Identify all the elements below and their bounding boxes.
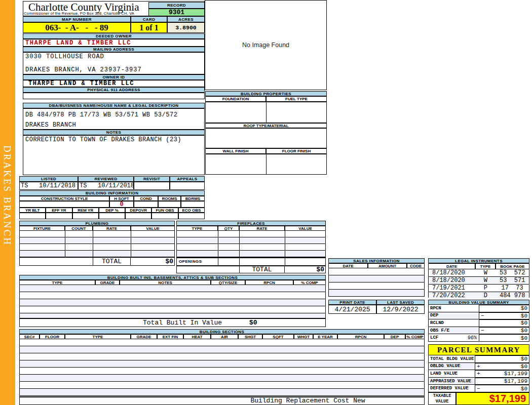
roof-type-values — [205, 128, 327, 148]
print-value-row: 4/21/2025 12/9/2022 — [328, 305, 425, 314]
card-value: 1 of 1 — [131, 22, 167, 33]
physical-address-label: PHYSICAL 911 ADDRESS — [23, 87, 205, 93]
fp-type-label: TYPE — [176, 226, 218, 231]
listed-value: TS 10/11/2018 — [19, 182, 78, 190]
taxable-value-label: TAXABLE VALUE — [428, 392, 456, 405]
sales-code-label: CODE — [407, 263, 425, 268]
parcel-summary-table: TOTAL BLDG VALUE $0 OBLDG VALUE +$0 LAND… — [428, 355, 529, 392]
sales-amount-label: AMOUNT — [368, 263, 407, 268]
bvs-row: LCF96% $0 — [428, 334, 529, 342]
mailing-address-line1: 3030 TOLLHOUSE ROAD — [25, 53, 104, 60]
parcel-sign: + — [477, 363, 480, 370]
bs-heat-label: HEAT — [183, 334, 211, 339]
reviewed-label: REVIEWED — [78, 176, 134, 182]
parcel-row: OBLDG VALUE +$0 — [428, 363, 529, 371]
bdrms-label: BDRMS — [181, 196, 205, 201]
county-subtitle: Commissioner of the Revenue, PO Box 308,… — [24, 11, 134, 16]
parcel-row: LAND VALUE +$17,199 — [428, 370, 529, 378]
legal-instrument-row: 8/18/2020 W 53 571 — [429, 277, 529, 285]
bvs-value: $0 — [521, 305, 527, 311]
li-bookpage: 53 572 — [496, 269, 529, 276]
foundation-label: FOUNDATION — [205, 96, 266, 102]
building-info-value-row2 — [19, 213, 205, 219]
foundation-fuel-header-row: FOUNDATION FUEL TYPE — [205, 96, 327, 102]
hsqft-label: H SQFT — [109, 196, 134, 201]
parcel-summary-title: PARCEL SUMMARY — [428, 344, 529, 355]
bdrms-value — [181, 201, 205, 208]
li-type: D — [476, 292, 496, 299]
map-number-value: 063- - A- - - 89 — [23, 22, 131, 33]
parcel-label: DEFERRED VALUE — [430, 386, 469, 391]
bvs-label: RCLND — [430, 320, 444, 326]
building-info-header-row1: CONSTRUCTION STYLE H SQFT COND ROOMS BDR… — [19, 196, 205, 201]
dep-pct-value — [99, 213, 125, 219]
yr-blt-value — [19, 213, 46, 219]
legal-description-line1: DB 484/978 PB 17/73 WB 53/571 WB 53/572 — [25, 111, 177, 118]
building-sections-header-row: SEC# FLOOR TYPE GRADE EXT FIN HEAT AIR S… — [19, 334, 425, 339]
li-date: 8/18/2020 — [429, 277, 476, 284]
li-bookpage: 17 73 — [496, 285, 529, 292]
parcel-value: $0 — [521, 386, 527, 392]
fp-value-label: VALUE — [285, 226, 326, 231]
legal-description-line2: DRAKES BRANCH — [25, 122, 76, 129]
parcel-value: $17,199 — [504, 378, 527, 384]
sales-information-title: SALES INFORMATION — [328, 258, 425, 263]
sales-empty-rows — [328, 268, 425, 297]
dba-label: DBA/BUISNESS NAME/HOUSE NAME & LEGAL DES… — [23, 103, 205, 108]
eco-obs-value — [178, 213, 205, 219]
built-ins-total-value: $0 — [249, 318, 272, 327]
owner-id-value: THARPE LAND & TIMBER LLC — [23, 80, 205, 87]
no-image-text: No Image Found — [242, 42, 289, 49]
fireplaces-col-line-2 — [239, 231, 240, 258]
bvs-row: OBS F/E −$0 — [428, 327, 529, 335]
bs-shgt-label: SHGT — [238, 334, 262, 339]
plumbing-empty-rows — [19, 231, 175, 257]
print-date-label: PRINT DATE — [328, 300, 376, 305]
li-type: W — [476, 269, 496, 276]
building-sections-empty-rows — [19, 339, 425, 397]
bs-grade-label: GRADE — [131, 334, 157, 339]
reviewed-value: TS 10/11/2018 — [78, 182, 134, 190]
plumbing-title: PLUMBING — [19, 221, 175, 226]
fun-obs-value — [151, 213, 178, 219]
fireplaces-header-row: TYPE QTY RATE VALUE — [176, 226, 326, 231]
plumbing-col-line-2 — [93, 231, 93, 257]
building-value-summary-table: RPCN $0 DEP −$0 RCLND $0 OBS F/E −$0 LCF… — [428, 305, 529, 342]
cond-value — [134, 201, 158, 208]
fireplaces-empty-rows — [176, 231, 326, 258]
bs-sec-label: SEC# — [19, 334, 40, 339]
last-saved-label: LAST SAVED — [376, 300, 425, 305]
revisit-value — [134, 182, 170, 190]
fun-obs-label: FUN OBS — [151, 208, 178, 213]
roof-type-label: ROOF TYPE/MATERIAL — [205, 123, 327, 128]
wall-floor-divider — [266, 154, 267, 175]
bs-whgt-label: WHGT — [294, 334, 313, 339]
bvs-sign: − — [481, 313, 484, 319]
bi-rpcn-label: RPCN — [245, 280, 293, 285]
parcel-value: $0 — [521, 363, 527, 370]
legal-instruments-title: LEGAL INSTRUMENTS — [428, 258, 529, 263]
bs-air-label: AIR — [211, 334, 238, 339]
li-date: 8/18/2020 — [429, 269, 476, 276]
bvs-label: OBS F/E — [430, 328, 449, 333]
bvs-row: RCLND $0 — [428, 319, 529, 327]
bvs-label: LCF — [430, 335, 438, 340]
bi-grade-label: GRADE — [95, 280, 120, 285]
legal-instrument-row: 7/20/2022 D 484 978 — [429, 292, 529, 299]
parcel-row: APPRAISED VALUE $17,199 — [428, 378, 529, 385]
sales-header-row: DATE AMOUNT CODE — [328, 263, 425, 268]
li-type-label: TYPE — [475, 263, 496, 269]
bs-type-label: TYPE — [65, 334, 131, 339]
print-header-row: PRINT DATE LAST SAVED — [328, 300, 425, 305]
depovr-value — [125, 213, 151, 219]
fireplaces-total-value: $0 — [285, 266, 324, 273]
eff-yr-value — [46, 213, 72, 219]
parcel-value: $0 — [521, 356, 527, 362]
appeals-label: APPEALS — [170, 176, 205, 182]
construction-style-value — [19, 201, 109, 208]
rooms-value — [158, 201, 181, 208]
building-replacement-cost-label: Building Replacement Cost New — [248, 397, 367, 404]
bvs-value: $0 — [521, 328, 527, 334]
rooms-label: ROOMS — [158, 196, 181, 201]
built-ins-total-label: Total Built In Value — [142, 318, 223, 327]
